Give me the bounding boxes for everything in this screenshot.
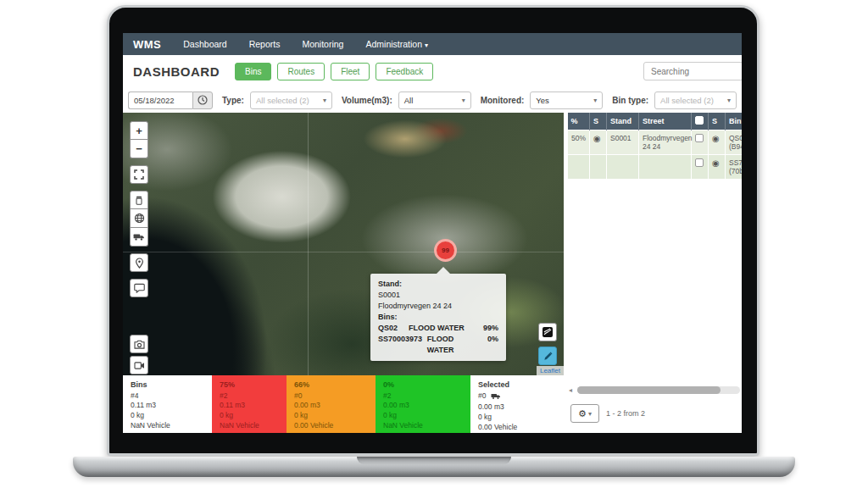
stat-volume: 0.00 m3 <box>294 401 368 411</box>
chevron-down-icon: ▾ <box>727 97 731 104</box>
type-dropdown[interactable]: All selected (2) ▾ <box>250 92 332 109</box>
scrollbar-track[interactable] <box>577 386 740 394</box>
table-header-row: % S Stand Street S Bin <box>568 113 743 130</box>
tab-feedback[interactable]: Feedback <box>376 63 433 80</box>
chevron-down-icon: ▾ <box>593 97 597 104</box>
map-marker[interactable]: 99 <box>434 239 457 262</box>
page-header: DASHBOARD Bins Routes Fleet Feedback <box>123 55 742 87</box>
popup-stand-label: Stand: <box>378 279 498 290</box>
bin-id: SS70003973 <box>378 334 422 356</box>
stat-col-selected[interactable]: Selected #0 0.00 m3 0 kg 0.00 Vehicle <box>470 375 564 433</box>
popup-bin-row: SS70003973 FLOOD WATER 0% <box>378 334 498 356</box>
bintype-dropdown[interactable]: All selected (2) ▾ <box>654 92 737 109</box>
horizontal-scrollbar[interactable]: ◂ <box>569 385 740 395</box>
edit-map-button[interactable] <box>538 347 557 365</box>
stat-col-all-bins[interactable]: Bins #4 0.11 m3 0 kg NaN Vehicle <box>123 375 212 433</box>
table-pager: ⚙ ▾ 1 - 2 from 2 <box>570 404 645 423</box>
locate-stand-icon[interactable]: ◉ <box>593 134 601 143</box>
bin-fill: 99% <box>483 323 498 334</box>
vehicles-layer-button[interactable] <box>130 228 148 247</box>
clusters-layer-button[interactable] <box>130 209 148 228</box>
chevron-down-icon: ▾ <box>425 42 428 49</box>
record-map-button[interactable] <box>130 356 148 374</box>
stat-title: 66% <box>294 380 368 391</box>
monitored-select[interactable]: Yes ▾ <box>530 92 603 109</box>
clock-icon <box>198 95 208 105</box>
nav-item-monitoring[interactable]: Monitoring <box>302 39 343 49</box>
video-camera-icon <box>134 361 145 370</box>
tab-fleet[interactable]: Fleet <box>331 63 370 80</box>
stands-layer-button[interactable] <box>130 253 148 272</box>
plus-icon: + <box>136 125 142 137</box>
tab-routes[interactable]: Routes <box>277 63 325 80</box>
stat-volume: 0.00 m3 <box>383 401 463 411</box>
volume-label: Volume(m3): <box>342 96 392 105</box>
zoom-in-button[interactable]: + <box>130 121 148 140</box>
search-input[interactable] <box>643 62 742 80</box>
stat-count: #2 <box>220 391 279 402</box>
date-input[interactable] <box>128 92 192 109</box>
chevron-down-icon: ▾ <box>323 97 326 104</box>
stat-weight: 0 kg <box>478 413 556 423</box>
row-checkbox[interactable] <box>695 158 704 167</box>
top-navbar: WMS Dashboard Reports Monitoring Adminis… <box>123 33 742 55</box>
view-tabs: Bins Routes Fleet Feedback <box>235 63 433 80</box>
tab-bins[interactable]: Bins <box>235 63 271 80</box>
fullscreen-button[interactable] <box>130 165 148 184</box>
screenshot-button[interactable] <box>130 335 148 353</box>
app-window: WMS Dashboard Reports Monitoring Adminis… <box>123 33 742 433</box>
scrollbar-thumb[interactable] <box>577 386 721 394</box>
table-row[interactable]: ◉ SS70003973 (70b3d5007 <box>568 155 743 180</box>
map-attribution[interactable]: Leaflet <box>537 366 564 375</box>
layers-flag-icon <box>542 326 554 338</box>
globe-icon <box>134 213 145 224</box>
row-checkbox[interactable] <box>695 134 704 142</box>
col-select-all[interactable] <box>692 113 709 130</box>
bins-layer-button[interactable] <box>130 191 148 209</box>
stat-col-red[interactable]: 75% #2 0.11 m3 0 kg NaN Vehicle <box>212 375 287 433</box>
cell-percent <box>568 155 590 180</box>
marker-fill-label: 99 <box>442 247 449 254</box>
bin-type: FLOOD WATER <box>427 334 482 356</box>
locate-bin-icon[interactable]: ◉ <box>712 158 720 168</box>
bintype-label: Bin type: <box>612 96 648 105</box>
stat-weight: 0 kg <box>131 411 204 421</box>
col-stand-locate[interactable]: S <box>590 113 607 130</box>
locate-bin-icon[interactable]: ◉ <box>712 134 720 143</box>
volume-select[interactable]: All ▾ <box>398 92 471 109</box>
map-canvas[interactable]: + − <box>123 113 564 375</box>
stat-vehicle: NaN Vehicle <box>383 421 463 431</box>
type-label: Type: <box>222 96 244 105</box>
date-filter <box>128 92 213 109</box>
bins-summary-bar: Bins #4 0.11 m3 0 kg NaN Vehicle 75% #2 … <box>123 375 564 433</box>
nav-item-reports[interactable]: Reports <box>249 39 281 49</box>
gear-icon: ⚙ <box>578 408 587 419</box>
select-all-checkbox[interactable] <box>695 116 704 125</box>
nav-item-administration[interactable]: Administration ▾ <box>365 39 427 49</box>
truck-icon <box>133 232 145 241</box>
col-street[interactable]: Street <box>639 113 692 130</box>
cell-street: Floodmyrvegen 24 24 <box>639 130 692 155</box>
cell-stand: S0001 <box>607 130 639 155</box>
col-stand[interactable]: Stand <box>607 113 639 130</box>
zoom-out-button[interactable]: − <box>130 140 148 158</box>
datepicker-button[interactable] <box>192 92 213 109</box>
scroll-left-icon[interactable]: ◂ <box>569 386 577 394</box>
col-bin[interactable]: Bin <box>726 113 743 130</box>
stat-volume: 0.11 m3 <box>131 401 204 411</box>
comments-layer-button[interactable] <box>130 279 148 297</box>
table-row[interactable]: 50% ◉ S0001 Floodmyrvegen 24 24 ◉ QS02 (… <box>568 130 743 155</box>
col-bin-locate[interactable]: S <box>709 113 726 130</box>
stat-col-green[interactable]: 0% #2 0.00 m3 0 kg NaN Vehicle <box>376 375 470 433</box>
nav-item-dashboard[interactable]: Dashboard <box>183 39 226 49</box>
fullscreen-icon <box>134 169 144 180</box>
stat-count: #2 <box>383 391 463 402</box>
stat-weight: 0 kg <box>383 411 463 421</box>
col-percent[interactable]: % <box>568 113 590 130</box>
stat-weight: 0 kg <box>294 411 368 421</box>
table-settings-button[interactable]: ⚙ ▾ <box>570 404 599 423</box>
bins-table-panel: % S Stand Street S Bin 50% ◉ S0001 Flood… <box>567 113 742 433</box>
popup-bin-row: QS02 FLOOD WATER 99% <box>378 323 498 334</box>
basemap-toggle-button[interactable] <box>538 323 557 341</box>
stat-col-orange[interactable]: 66% #0 0.00 m3 0 kg 0.00 Vehicle <box>287 375 376 433</box>
